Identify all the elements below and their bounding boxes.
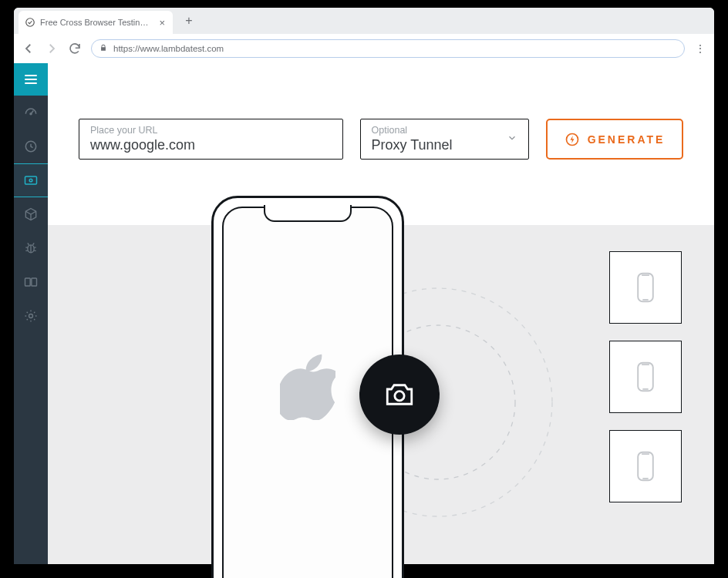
device-icon [634,449,657,483]
device-icon [634,360,657,394]
phone-notch [264,205,352,222]
tunnel-value: Proxy Tunnel [372,137,517,153]
device-icon [634,271,657,304]
tunnel-select[interactable]: Optional Proxy Tunnel [360,119,529,160]
sidebar-item-visual-ui[interactable] [14,163,48,197]
camera-icon [381,378,418,411]
app-viewport: Place your URL www.google.com Optional P… [14,63,714,564]
capture-button[interactable] [359,355,440,435]
bolt-icon [565,132,580,147]
svg-point-4 [29,179,32,182]
svg-point-1 [30,113,32,115]
device-thumb-1[interactable] [609,251,682,324]
browser-tab[interactable]: Free Cross Browser Testing Clou × [19,11,173,34]
new-tab-button[interactable]: + [179,11,199,31]
browser-chrome: Free Cross Browser Testing Clou × + http… [14,8,714,63]
sidebar-item-history[interactable] [14,129,48,163]
address-bar[interactable]: https://www.lambdatest.com [91,39,685,58]
svg-point-12 [395,391,404,401]
svg-rect-6 [25,278,31,286]
svg-rect-7 [32,278,37,286]
sidebar-item-bug[interactable] [14,231,48,265]
svg-point-0 [26,18,35,27]
device-thumb-2[interactable] [609,341,682,413]
favicon [25,17,35,28]
device-thumbnails [609,251,682,502]
tunnel-label: Optional [372,125,517,136]
package-icon [23,207,39,222]
back-button[interactable] [22,42,35,55]
device-thumb-3[interactable] [609,430,682,502]
bug-icon [23,240,39,256]
sidebar-item-settings[interactable] [14,299,48,333]
address-bar-row: https://www.lambdatest.com ⋮ [14,34,714,63]
generate-button[interactable]: GENERATE [546,119,683,160]
browser-menu-icon[interactable]: ⋮ [694,42,706,55]
lock-icon [99,43,107,54]
close-tab-icon[interactable]: × [157,17,167,29]
url-input[interactable]: Place your URL www.google.com [79,119,343,160]
tab-title: Free Cross Browser Testing Clou [40,18,153,27]
window-frame: Free Cross Browser Testing Clou × + http… [3,3,725,575]
controls-row: Place your URL www.google.com Optional P… [48,63,714,160]
visual-ui-icon [23,173,39,188]
hamburger-button[interactable] [14,63,48,96]
sidebar [14,63,48,564]
chevron-down-icon [507,133,517,146]
apple-icon [280,354,335,420]
svg-point-8 [29,314,33,318]
tab-strip: Free Cross Browser Testing Clou × + [14,8,714,34]
svg-rect-13 [638,274,653,302]
reload-button[interactable] [68,42,82,55]
url-text: https://www.lambdatest.com [113,44,224,53]
dashboard-icon [23,105,39,120]
forward-button[interactable] [45,42,59,55]
svg-rect-3 [25,176,37,184]
compare-icon [23,274,39,290]
hamburger-icon [25,75,37,84]
generate-label: GENERATE [588,133,666,146]
url-input-value: www.google.com [90,137,332,153]
svg-rect-15 [638,452,653,481]
svg-rect-14 [638,363,653,391]
sidebar-item-package[interactable] [14,197,48,231]
sidebar-item-compare[interactable] [14,265,48,299]
url-input-label: Place your URL [90,125,332,136]
history-icon [23,139,39,154]
sidebar-item-dashboard[interactable] [14,96,48,129]
settings-icon [23,308,39,324]
